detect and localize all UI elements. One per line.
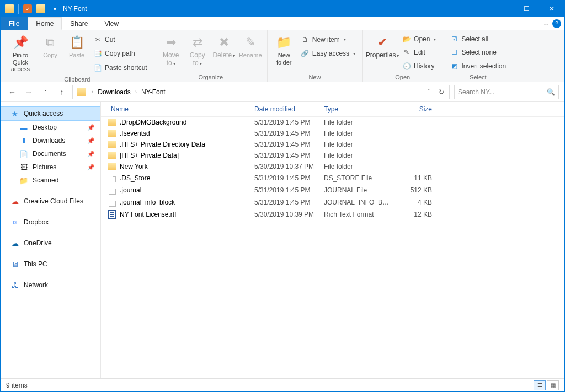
folder-icon[interactable]	[5, 4, 14, 13]
file-type: File folder	[324, 130, 391, 137]
tab-view[interactable]: View	[96, 17, 127, 30]
help-icon[interactable]: ?	[552, 19, 561, 28]
properties-button[interactable]: ✔ Properties▾	[366, 33, 399, 73]
file-row[interactable]: .journal_info_block5/31/2019 1:45 PMJOUR…	[101, 196, 564, 208]
up-button[interactable]: ↑	[56, 84, 68, 100]
file-name: New York	[118, 163, 254, 170]
file-size: 512 KB	[391, 186, 432, 194]
ribbon: 📌 Pin to Quick access ⧉ Copy 📋 Paste ✂Cu…	[1, 30, 564, 82]
col-size-header[interactable]: Size	[391, 105, 432, 113]
pin-to-quick-access-button[interactable]: 📌 Pin to Quick access	[4, 33, 37, 75]
search-input[interactable]: Search NY... 🔍	[454, 85, 559, 99]
view-details-button[interactable]: ☰	[534, 380, 546, 390]
sidebar-item-scanned[interactable]: 📁Scanned	[1, 174, 100, 187]
qat-folder-icon[interactable]	[36, 4, 45, 13]
rtf-file-icon	[108, 210, 116, 219]
easy-access-button[interactable]: 🔗Easy access▾	[297, 48, 359, 59]
qat-properties-icon[interactable]: ✓	[23, 4, 32, 13]
file-row[interactable]: [HFS+ Private Data]5/31/2019 1:45 PMFile…	[101, 150, 564, 161]
sidebar-item-desktop[interactable]: ▬Desktop📌	[1, 121, 100, 134]
tab-file[interactable]: File	[1, 17, 28, 30]
tab-home[interactable]: Home	[28, 17, 62, 30]
paste-shortcut-button[interactable]: 📄Paste shortcut	[90, 62, 151, 73]
file-date: 5/31/2019 1:45 PM	[254, 152, 324, 159]
sidebar-item-onedrive[interactable]: ☁OneDrive	[1, 237, 100, 250]
file-row[interactable]: New York5/30/2019 10:37 PMFile folder	[101, 161, 564, 172]
file-row[interactable]: .fseventsd5/31/2019 1:45 PMFile folder	[101, 128, 564, 139]
file-row[interactable]: NY Font License.rtf5/30/2019 10:39 PMRic…	[101, 208, 564, 221]
item-count: 9 items	[6, 382, 28, 389]
close-button[interactable]: ✕	[539, 1, 564, 17]
group-open: ✔ Properties▾ 📂Open▾ ✎Edit 🕘History Open	[363, 30, 443, 82]
maximize-button[interactable]: ☐	[514, 1, 539, 17]
sidebar-item-network[interactable]: 🖧Network	[1, 278, 100, 292]
cut-button[interactable]: ✂Cut	[90, 34, 151, 45]
tab-share[interactable]: Share	[62, 17, 96, 30]
sidebar-item-pictures[interactable]: 🖼Pictures📌	[1, 160, 100, 174]
select-none-button[interactable]: ☐Select none	[446, 47, 509, 58]
sidebar-item-creative-cloud[interactable]: ☁Creative Cloud Files	[1, 195, 100, 208]
back-button[interactable]: ←	[6, 84, 18, 100]
refresh-button[interactable]: ↻	[435, 88, 447, 96]
file-row[interactable]: .DS_Store5/31/2019 1:45 PMDS_STORE File1…	[101, 172, 564, 184]
recent-dropdown[interactable]: ˅	[39, 84, 51, 100]
invert-selection-button[interactable]: ◩Invert selection	[446, 61, 509, 72]
select-all-button[interactable]: ☑Select all	[446, 34, 509, 45]
copy-to-icon: ⇄	[189, 35, 206, 50]
sidebar-item-dropbox[interactable]: ⧈Dropbox	[1, 216, 100, 229]
paste-shortcut-icon: 📄	[93, 63, 102, 72]
delete-button[interactable]: ✖ Delete▾	[211, 33, 237, 73]
file-type: File folder	[324, 119, 391, 126]
file-row[interactable]: .HFS+ Private Directory Data_5/31/2019 1…	[101, 139, 564, 150]
sidebar-item-quick-access[interactable]: ★Quick access	[1, 106, 100, 121]
qat-dropdown-icon[interactable]: ▾	[54, 6, 56, 12]
file-row[interactable]: .DropDMGBackground5/31/2019 1:45 PMFile …	[101, 117, 564, 128]
file-type: Rich Text Format	[324, 211, 391, 218]
copy-path-button[interactable]: 📑Copy path	[90, 48, 151, 59]
breadcrumb-seg-downloads[interactable]: Downloads	[97, 88, 131, 96]
col-type-header[interactable]: Type	[324, 105, 391, 113]
new-folder-button[interactable]: 📁 New folder	[271, 33, 297, 73]
chevron-right-icon[interactable]: ›	[89, 89, 95, 95]
network-icon: 🖧	[10, 281, 19, 289]
file-row[interactable]: .journal5/31/2019 1:45 PMJOURNAL File512…	[101, 184, 564, 196]
minimize-button[interactable]: ─	[488, 1, 514, 17]
sidebar-item-downloads[interactable]: ⬇Downloads📌	[1, 134, 100, 147]
breadcrumb-dropdown[interactable]: ˅	[424, 88, 434, 96]
sidebar-item-this-pc[interactable]: 🖥This PC	[1, 257, 100, 271]
edit-button[interactable]: ✎Edit	[399, 47, 439, 58]
nav-sidebar: ★Quick access ▬Desktop📌 ⬇Downloads📌 📄Doc…	[1, 102, 101, 378]
file-type: DS_STORE File	[324, 174, 391, 182]
copy-icon: ⧉	[41, 35, 59, 50]
open-icon: 📂	[402, 35, 411, 44]
breadcrumb-seg-nyfont[interactable]: NY-Font	[140, 88, 167, 96]
rename-icon: ✎	[242, 35, 259, 50]
folder-icon	[108, 141, 116, 148]
rename-button[interactable]: ✎ Rename	[237, 33, 264, 73]
move-to-button[interactable]: ➡ Move to▾	[158, 33, 184, 73]
file-size: 12 KB	[391, 211, 432, 218]
chevron-right-icon[interactable]: ›	[133, 89, 139, 95]
collapse-ribbon-icon[interactable]: ︿	[543, 20, 549, 28]
pictures-icon: 🖼	[19, 163, 28, 171]
scanner-icon: 📁	[19, 176, 28, 185]
select-all-icon: ☑	[450, 35, 459, 44]
sidebar-item-documents[interactable]: 📄Documents📌	[1, 147, 100, 160]
group-clipboard: 📌 Pin to Quick access ⧉ Copy 📋 Paste ✂Cu…	[1, 30, 154, 82]
delete-icon: ✖	[215, 35, 233, 50]
forward-button[interactable]: →	[23, 84, 35, 100]
col-name-header[interactable]: Name	[106, 105, 254, 113]
view-large-icons-button[interactable]: ▦	[547, 380, 559, 390]
file-type: File folder	[324, 163, 391, 170]
col-date-header[interactable]: Date modified	[254, 105, 324, 113]
open-button[interactable]: 📂Open▾	[399, 34, 439, 45]
easy-access-icon: 🔗	[301, 49, 310, 58]
file-name: .fseventsd	[118, 130, 254, 137]
breadcrumb[interactable]: › Downloads › NY-Font ˅ ↻	[72, 85, 450, 99]
copy-button[interactable]: ⧉ Copy	[37, 33, 63, 75]
paste-button[interactable]: 📋 Paste	[63, 33, 90, 75]
copy-to-button[interactable]: ⇄ Copy to▾	[184, 33, 211, 73]
move-icon: ➡	[162, 35, 180, 50]
new-item-button[interactable]: 🗋New item▾	[297, 34, 359, 45]
history-button[interactable]: 🕘History	[399, 61, 439, 72]
